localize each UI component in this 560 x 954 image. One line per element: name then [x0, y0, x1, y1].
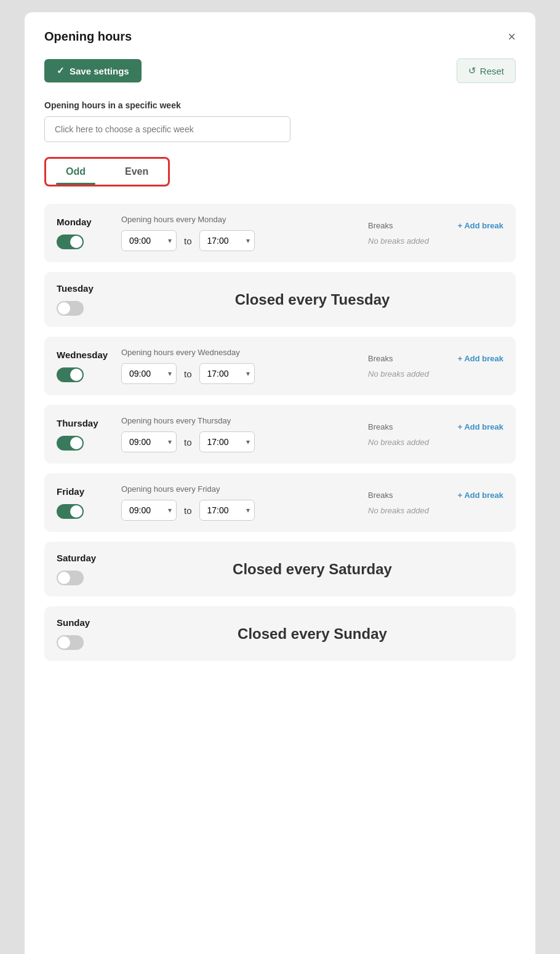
monday-close-time[interactable]: 17:00 18:00: [199, 230, 255, 251]
thursday-toggle-col: Thursday: [57, 418, 109, 451]
day-card-friday: Friday Opening hours every Friday 09:00 …: [44, 473, 516, 532]
specific-week-label: Opening hours in a specific week: [44, 100, 516, 110]
thursday-close-time[interactable]: 17:00: [199, 431, 255, 452]
wednesday-toggle[interactable]: [57, 367, 84, 382]
monday-no-breaks: No breaks added: [368, 236, 503, 246]
friday-close-time[interactable]: 17:00: [199, 500, 255, 521]
monday-content: Opening hours every Monday 09:00 10:00 t…: [121, 215, 331, 251]
thursday-open-time[interactable]: 09:00: [121, 431, 177, 452]
tuesday-closed-msg: Closed every Tuesday: [121, 285, 503, 315]
save-icon: ✓: [57, 65, 65, 76]
friday-add-break-button[interactable]: + Add break: [458, 491, 503, 500]
specific-week-input[interactable]: [44, 116, 290, 142]
friday-breaks-section: Breaks + Add break No breaks added: [368, 491, 503, 515]
thursday-label: Thursday: [57, 418, 109, 428]
thursday-time-row: 09:00 to 17:00: [121, 431, 331, 452]
thursday-close-time-wrapper: 17:00: [199, 431, 255, 452]
friday-open-time-wrapper: 09:00: [121, 500, 177, 521]
friday-sub-label: Opening hours every Friday: [121, 484, 331, 494]
day-card-monday: Monday Opening hours every Monday 09:00 …: [44, 204, 516, 262]
opening-hours-modal: Opening hours × ✓ Save settings ↺ Reset …: [25, 12, 535, 954]
monday-add-break-button[interactable]: + Add break: [458, 221, 503, 230]
reset-icon: ↺: [468, 65, 476, 76]
thursday-breaks-header: Breaks + Add break: [368, 422, 503, 431]
friday-to-label: to: [184, 505, 192, 516]
friday-content: Opening hours every Friday 09:00 to 17:0…: [121, 484, 331, 521]
wednesday-breaks-section: Breaks + Add break No breaks added: [368, 354, 503, 379]
tuesday-label: Tuesday: [57, 283, 109, 294]
tuesday-toggle[interactable]: [57, 301, 84, 316]
thursday-to-label: to: [184, 437, 192, 447]
friday-no-breaks: No breaks added: [368, 506, 503, 515]
friday-open-time[interactable]: 09:00: [121, 500, 177, 521]
day-row-wednesday: Wednesday Opening hours every Wednesday …: [57, 348, 503, 384]
wednesday-no-breaks: No breaks added: [368, 369, 503, 379]
wednesday-add-break-button[interactable]: + Add break: [458, 354, 503, 363]
wednesday-open-time-wrapper: 09:00: [121, 363, 177, 384]
monday-breaks-title: Breaks: [368, 221, 393, 230]
monday-breaks-section: Breaks + Add break No breaks added: [368, 221, 503, 246]
wednesday-breaks-header: Breaks + Add break: [368, 354, 503, 363]
monday-to-label: to: [184, 236, 192, 246]
friday-breaks-header: Breaks + Add break: [368, 491, 503, 500]
wednesday-close-time[interactable]: 17:00: [199, 363, 255, 384]
save-settings-button[interactable]: ✓ Save settings: [44, 59, 142, 82]
tab-odd[interactable]: Odd: [46, 159, 105, 185]
thursday-open-time-wrapper: 09:00: [121, 431, 177, 452]
monday-toggle-col: Monday: [57, 217, 109, 249]
reset-button[interactable]: ↺ Reset: [457, 58, 516, 83]
monday-toggle[interactable]: [57, 234, 84, 249]
thursday-sub-label: Opening hours every Thursday: [121, 416, 331, 425]
wednesday-breaks-title: Breaks: [368, 354, 393, 363]
day-card-thursday: Thursday Opening hours every Thursday 09…: [44, 405, 516, 463]
close-button[interactable]: ×: [508, 30, 516, 44]
odd-even-tabs: Odd Even: [44, 157, 170, 186]
thursday-breaks-title: Breaks: [368, 422, 393, 431]
saturday-toggle[interactable]: [57, 571, 84, 585]
thursday-breaks-section: Breaks + Add break No breaks added: [368, 422, 503, 447]
day-card-sunday: Sunday Closed every Sunday: [44, 606, 516, 661]
monday-open-time-wrapper: 09:00 10:00: [121, 230, 177, 251]
friday-toggle[interactable]: [57, 504, 84, 519]
wednesday-time-row: 09:00 to 17:00: [121, 363, 331, 384]
day-row-monday: Monday Opening hours every Monday 09:00 …: [57, 215, 503, 251]
tuesday-toggle-col: Tuesday: [57, 283, 109, 316]
monday-label: Monday: [57, 217, 109, 227]
day-card-wednesday: Wednesday Opening hours every Wednesday …: [44, 337, 516, 395]
modal-header: Opening hours ×: [44, 30, 516, 44]
monday-sub-label: Opening hours every Monday: [121, 215, 331, 224]
thursday-add-break-button[interactable]: + Add break: [458, 422, 503, 431]
reset-label: Reset: [480, 66, 504, 76]
modal-title: Opening hours: [44, 30, 132, 44]
wednesday-to-label: to: [184, 369, 192, 379]
day-row-thursday: Thursday Opening hours every Thursday 09…: [57, 416, 503, 452]
day-row-friday: Friday Opening hours every Friday 09:00 …: [57, 484, 503, 521]
wednesday-toggle-col: Wednesday: [57, 350, 109, 382]
wednesday-content: Opening hours every Wednesday 09:00 to 1…: [121, 348, 331, 384]
wednesday-label: Wednesday: [57, 350, 109, 360]
thursday-no-breaks: No breaks added: [368, 438, 503, 447]
day-card-tuesday: Tuesday Closed every Tuesday: [44, 272, 516, 327]
monday-open-time[interactable]: 09:00 10:00: [121, 230, 177, 251]
save-label: Save settings: [70, 66, 129, 76]
thursday-toggle[interactable]: [57, 436, 84, 451]
day-row-tuesday: Tuesday Closed every Tuesday: [57, 283, 503, 316]
wednesday-open-time[interactable]: 09:00: [121, 363, 177, 384]
toolbar: ✓ Save settings ↺ Reset: [44, 58, 516, 83]
sunday-closed-msg: Closed every Sunday: [121, 619, 503, 649]
day-card-saturday: Saturday Closed every Saturday: [44, 542, 516, 596]
wednesday-sub-label: Opening hours every Wednesday: [121, 348, 331, 357]
sunday-toggle[interactable]: [57, 635, 84, 650]
monday-time-row: 09:00 10:00 to 17:00 18:00: [121, 230, 331, 251]
wednesday-close-time-wrapper: 17:00: [199, 363, 255, 384]
sunday-label: Sunday: [57, 617, 109, 628]
sunday-toggle-col: Sunday: [57, 617, 109, 650]
monday-breaks-header: Breaks + Add break: [368, 221, 503, 230]
saturday-label: Saturday: [57, 553, 109, 563]
tab-even[interactable]: Even: [105, 159, 168, 185]
specific-week-section: Opening hours in a specific week: [44, 100, 516, 157]
day-row-sunday: Sunday Closed every Sunday: [57, 617, 503, 650]
saturday-toggle-col: Saturday: [57, 553, 109, 585]
friday-label: Friday: [57, 486, 109, 497]
friday-toggle-col: Friday: [57, 486, 109, 519]
